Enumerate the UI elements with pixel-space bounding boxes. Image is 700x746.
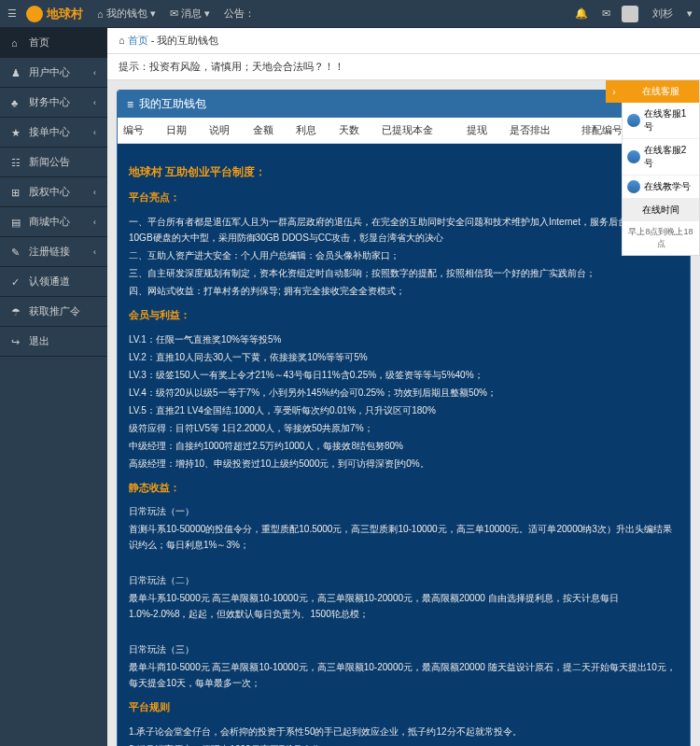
sidebar-icon: ☂: [11, 306, 21, 317]
table-header: 说明: [203, 118, 246, 144]
wallet-table: 编号日期说明金额利息天数已提现本金提现是否排出排配编号状态: [118, 118, 690, 144]
sidebar-item-3[interactable]: ★接单中心‹: [0, 118, 107, 148]
sidebar-icon: ♣: [11, 97, 21, 107]
menu-toggle-icon[interactable]: ☰: [7, 7, 17, 20]
sidebar-icon: ☷: [11, 157, 21, 167]
sidebar-icon: ↪: [11, 336, 21, 346]
sidebar-item-2[interactable]: ♣财务中心‹: [0, 88, 107, 118]
service-item-2[interactable]: 在线教学号: [623, 176, 699, 199]
table-header: 利息: [290, 118, 333, 144]
avatar[interactable]: [622, 6, 638, 22]
rules-content: 地球村 互助创业平台制度：平台亮点：一、平台所有者都是退伍军人且为一群高层政府的…: [118, 144, 690, 746]
sidebar-label: 股权中心: [29, 185, 70, 199]
top-menu-msg[interactable]: ✉ 消息 ▾: [170, 7, 210, 21]
service-header: › 在线客服: [623, 80, 699, 103]
logo-icon: [26, 6, 43, 22]
mail-icon[interactable]: ✉: [602, 7, 608, 20]
sidebar-icon: ⌂: [11, 37, 21, 48]
sidebar-item-1[interactable]: ♟用户中心‹: [0, 58, 107, 88]
chevron-left-icon: ‹: [93, 68, 96, 77]
service-time-label: 在线时间: [623, 199, 699, 221]
bell-icon[interactable]: 🔔: [575, 7, 588, 20]
sidebar-label: 接单中心: [29, 125, 70, 139]
sidebar-label: 注册链接: [29, 245, 70, 259]
panel-header: ≡ 我的互助钱包: [118, 91, 690, 118]
sidebar-label: 首页: [29, 35, 49, 49]
logo: 地球村: [26, 6, 83, 22]
sidebar-label: 商城中心: [29, 215, 70, 229]
chevron-left-icon: ‹: [93, 128, 96, 137]
sidebar-item-8[interactable]: ✓认领通道: [0, 267, 107, 297]
sidebar-label: 退出: [29, 334, 49, 348]
username[interactable]: 刘杉: [652, 7, 673, 21]
sidebar: ⌂首页♟用户中心‹♣财务中心‹★接单中心‹☷新闻公告⊞股权中心‹▤商城中心‹✎注…: [0, 28, 107, 746]
table-header: 金额: [247, 118, 290, 144]
sidebar-label: 新闻公告: [29, 155, 70, 169]
sidebar-icon: ⊞: [11, 187, 21, 197]
chevron-left-icon: ‹: [93, 218, 96, 227]
alert-message: 提示：投资有风险，请慎用；天地会合法吗？！！: [107, 54, 700, 80]
breadcrumb: ⌂ 首页 - 我的互助钱包: [107, 28, 700, 54]
sidebar-label: 用户中心: [29, 65, 70, 79]
sidebar-item-0[interactable]: ⌂首页: [0, 28, 107, 58]
logo-text: 地球村: [47, 6, 83, 22]
table-header: 是否排出: [504, 118, 575, 144]
qq-icon: [627, 150, 640, 163]
sidebar-item-7[interactable]: ✎注册链接‹: [0, 237, 107, 267]
table-header: 已提现本金: [376, 118, 461, 144]
service-panel: › 在线客服 在线客服1号在线客服2号在线教学号 在线时间 早上8点到晚上18点: [622, 79, 700, 256]
sidebar-item-5[interactable]: ⊞股权中心‹: [0, 177, 107, 207]
sidebar-icon: ♟: [11, 67, 21, 77]
sidebar-item-10[interactable]: ↪退出: [0, 327, 107, 357]
service-toggle[interactable]: ›: [606, 80, 623, 103]
top-menu-notice: 公告：: [224, 7, 255, 21]
service-time-text: 早上8点到晚上18点: [623, 221, 699, 255]
service-item-1[interactable]: 在线客服2号: [623, 139, 699, 176]
sidebar-label: 获取推广令: [29, 304, 80, 318]
sidebar-item-9[interactable]: ☂获取推广令: [0, 297, 107, 327]
sidebar-icon: ✓: [11, 276, 21, 287]
chevron-down-icon[interactable]: ▾: [687, 7, 693, 20]
qq-icon: [627, 180, 640, 193]
sidebar-icon: ▤: [11, 217, 21, 227]
table-header: 天数: [333, 118, 376, 144]
chevron-left-icon: ‹: [93, 98, 96, 107]
chevron-left-icon: ‹: [93, 247, 96, 257]
table-header: 提现: [461, 118, 504, 144]
sidebar-label: 财务中心: [29, 95, 70, 109]
table-header: 编号: [118, 118, 161, 144]
service-item-0[interactable]: 在线客服1号: [623, 103, 699, 139]
table-header: 日期: [161, 118, 203, 144]
qq-icon: [627, 114, 640, 127]
sidebar-icon: ★: [11, 127, 21, 137]
sidebar-item-6[interactable]: ▤商城中心‹: [0, 207, 107, 237]
sidebar-label: 认领通道: [29, 274, 70, 289]
top-menu-wallet[interactable]: ⌂ 我的钱包 ▾: [97, 7, 156, 21]
sidebar-icon: ✎: [11, 246, 21, 257]
breadcrumb-home[interactable]: 首页: [128, 35, 148, 46]
chevron-left-icon: ‹: [93, 188, 96, 197]
sidebar-item-4[interactable]: ☷新闻公告: [0, 148, 107, 177]
